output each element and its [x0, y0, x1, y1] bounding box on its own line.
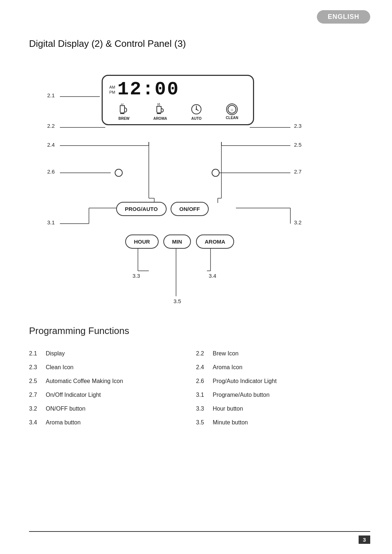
func-num-2-7: 2.7: [29, 392, 41, 398]
func-num-2-5: 2.5: [29, 378, 41, 384]
ref-3-3: 3.3: [132, 273, 140, 279]
func-text-3-3: Hour button: [213, 406, 243, 412]
func-num-2-2: 2.2: [196, 350, 208, 357]
brew-label: BREW: [118, 117, 130, 121]
diagram-area: 2.1 2.2 2.3 2.4 2.5 2.6 2.7 3.1 3.2 3.3 …: [29, 64, 363, 311]
display-panel: AM PM 12:00 BR: [102, 75, 254, 125]
auto-icon-item: AUTO: [190, 103, 203, 121]
am-pm-indicator: AM PM: [109, 85, 115, 95]
display-icon-row: BREW AROM: [109, 101, 246, 121]
func-row-2-4: 2.4 Aroma Icon: [196, 360, 363, 374]
min-button[interactable]: MIN: [163, 235, 191, 249]
func-text-2-5: Automatic Coffee Making Icon: [46, 378, 123, 384]
prog-functions-title: Programming Functions: [29, 325, 363, 337]
func-row-2-3: 2.3 Clean Icon: [29, 360, 196, 374]
main-content: Digital Display (2) & Control Panel (3): [0, 24, 392, 444]
func-text-2-2: Brew Icon: [213, 350, 238, 357]
language-badge: ENGLISH: [317, 10, 370, 24]
brew-icon: [117, 103, 130, 116]
func-text-2-4: Aroma Icon: [213, 364, 242, 371]
func-text-3-4: Aroma button: [46, 419, 81, 426]
on-off-button[interactable]: ON/OFF: [171, 202, 209, 216]
ref-2-2: 2.2: [47, 123, 55, 129]
brew-icon-item: BREW: [117, 103, 130, 121]
functions-grid: 2.1 Display 2.2 Brew Icon 2.3 Clean Icon…: [29, 347, 363, 429]
hour-button[interactable]: HOUR: [125, 235, 159, 249]
func-text-2-7: On/Off Indicator Light: [46, 392, 101, 398]
func-row-2-7: 2.7 On/Off Indicator Light: [29, 388, 196, 402]
clean-label: CLEAN: [226, 116, 238, 120]
func-num-2-6: 2.6: [196, 378, 208, 384]
clean-icon: ☺: [226, 103, 238, 115]
func-row-2-1: 2.1 Display: [29, 347, 196, 360]
ref-2-1: 2.1: [47, 92, 55, 98]
func-row-3-3: 3.3 Hour button: [196, 402, 363, 416]
aroma-icon-item: AROMA: [153, 103, 167, 121]
func-text-3-2: ON/OFF button: [46, 406, 85, 412]
func-num-2-3: 2.3: [29, 364, 41, 371]
svg-text:☺: ☺: [230, 108, 234, 112]
func-row-2-6: 2.6 Prog/Auto Indicator Light: [196, 374, 363, 388]
onoff-indicator-light: [212, 169, 220, 177]
ref-3-1: 3.1: [47, 219, 55, 225]
programming-functions: Programming Functions 2.1 Display 2.2 Br…: [29, 325, 363, 429]
func-text-3-1: Programe/Auto button: [213, 392, 270, 398]
ref-2-3: 2.3: [294, 123, 302, 129]
clean-icon-item: ☺ CLEAN: [226, 103, 238, 120]
ref-3-2: 3.2: [294, 219, 302, 225]
am-label: AM: [109, 85, 115, 90]
func-num-3-2: 3.2: [29, 406, 41, 412]
page: ENGLISH Digital Display (2) & Control Pa…: [0, 0, 392, 554]
pm-label: PM: [109, 90, 115, 95]
func-row-2-5: 2.5 Automatic Coffee Making Icon: [29, 374, 196, 388]
func-num-2-1: 2.1: [29, 350, 41, 357]
func-row-3-4: 3.4 Aroma button: [29, 416, 196, 429]
aroma-button[interactable]: AROMA: [196, 235, 234, 249]
ref-2-4: 2.4: [47, 142, 55, 148]
func-text-2-3: Clean Icon: [46, 364, 74, 371]
svg-point-26: [159, 103, 160, 104]
svg-point-25: [158, 103, 158, 104]
func-row-3-2: 3.2 ON/OFF button: [29, 402, 196, 416]
aroma-icon: [154, 103, 167, 116]
func-text-3-5: Minute button: [213, 419, 248, 426]
prog-auto-indicator-light: [115, 169, 123, 177]
func-num-3-5: 3.5: [196, 419, 208, 426]
func-text-2-6: Prog/Auto Indicator Light: [213, 378, 277, 384]
func-num-3-3: 3.3: [196, 406, 208, 412]
func-text-2-1: Display: [46, 350, 65, 357]
section-title: Digital Display (2) & Control Panel (3): [29, 38, 363, 49]
func-num-3-4: 3.4: [29, 419, 41, 426]
func-row-3-5: 3.5 Minute button: [196, 416, 363, 429]
auto-icon: [190, 103, 203, 116]
func-num-2-4: 2.4: [196, 364, 208, 371]
clock-display: 12:00: [118, 80, 180, 99]
ref-2-5: 2.5: [294, 142, 302, 148]
clean-svg: ☺: [227, 103, 237, 116]
func-row-3-1: 3.1 Programe/Auto button: [196, 388, 363, 402]
ref-3-5: 3.5: [173, 298, 181, 304]
func-row-2-2: 2.2 Brew Icon: [196, 347, 363, 360]
ref-3-4: 3.4: [209, 273, 216, 279]
bottom-bar: 3: [29, 531, 370, 544]
ref-2-6: 2.6: [47, 168, 55, 175]
ref-2-7: 2.7: [294, 168, 302, 175]
aroma-label: AROMA: [153, 117, 167, 121]
top-bar: ENGLISH: [0, 0, 392, 24]
page-number: 3: [359, 535, 370, 544]
func-num-3-1: 3.1: [196, 392, 208, 398]
prog-auto-button[interactable]: PROG/AUTO: [116, 202, 167, 216]
svg-point-30: [196, 109, 197, 110]
auto-label: AUTO: [191, 117, 201, 121]
